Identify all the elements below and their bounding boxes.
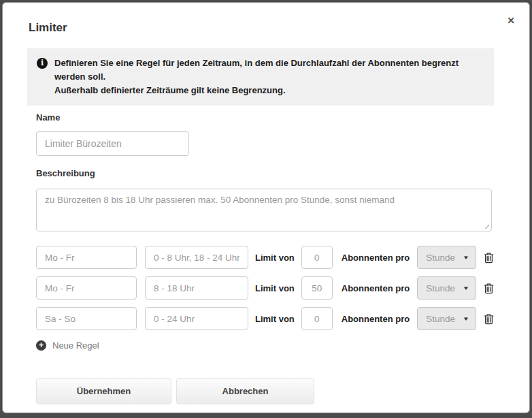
unit-select[interactable]: Stunde ▼ (417, 276, 476, 300)
limit-von-label: Limit von (255, 314, 295, 324)
limiter-dialog: ✕ Limiter i Definieren Sie eine Regel fü… (2, 2, 530, 413)
trash-icon (484, 283, 494, 294)
chevron-down-icon: ▼ (463, 316, 469, 322)
plus-icon: + (36, 340, 46, 351)
delete-rule-button[interactable] (484, 283, 494, 294)
chevron-down-icon: ▼ (463, 285, 469, 291)
cancel-button[interactable]: Abbrechen (176, 378, 314, 404)
apply-button[interactable]: Übernehmen (36, 378, 171, 404)
rule-row: Limit von Abonnenten pro Stunde ▼ (36, 276, 494, 300)
days-input[interactable] (36, 307, 137, 330)
limit-input[interactable] (301, 307, 333, 330)
dialog-actions: Übernehmen Abbrechen (36, 378, 494, 404)
info-icon: i (37, 58, 48, 69)
abonnenten-pro-label: Abonnenten pro (342, 253, 410, 263)
info-line-1: Definieren Sie eine Regel für jeden Zeit… (54, 57, 484, 84)
delete-rule-button[interactable] (484, 313, 494, 325)
description-textarea[interactable]: zu Bürozeiten 8 bis 18 Uhr passieren max… (36, 189, 492, 231)
chevron-down-icon: ▼ (463, 255, 469, 261)
unit-select-value: Stunde (426, 283, 455, 293)
add-rule-button[interactable]: + Neue Regel (36, 340, 99, 351)
rule-row: Limit von Abonnenten pro Stunde ▼ (36, 246, 494, 269)
limit-input[interactable] (301, 246, 333, 269)
description-field: zu Bürozeiten 8 bis 18 Uhr passieren max… (36, 189, 492, 231)
limit-input[interactable] (301, 276, 333, 300)
trash-icon (484, 252, 494, 263)
limit-von-label: Limit von (255, 283, 295, 293)
unit-select-value: Stunde (426, 253, 455, 263)
trash-icon (484, 313, 494, 325)
unit-select[interactable]: Stunde ▼ (417, 307, 476, 330)
abonnenten-pro-label: Abonnenten pro (342, 283, 410, 293)
days-input[interactable] (36, 276, 137, 300)
info-line-2: Außerhalb definierter Zeiträume gilt kei… (54, 84, 484, 97)
info-text: Definieren Sie eine Regel für jeden Zeit… (54, 57, 484, 97)
timerange-input[interactable] (145, 246, 248, 269)
timerange-input[interactable] (145, 276, 248, 300)
name-input[interactable] (36, 131, 189, 156)
unit-select[interactable]: Stunde ▼ (417, 246, 476, 269)
abonnenten-pro-label: Abonnenten pro (342, 314, 410, 324)
unit-select-value: Stunde (426, 314, 455, 324)
add-rule-label: Neue Regel (52, 340, 99, 351)
timerange-input[interactable] (145, 307, 248, 330)
limit-von-label: Limit von (255, 253, 295, 263)
close-button[interactable]: ✕ (505, 14, 516, 27)
rules-list: Limit von Abonnenten pro Stunde ▼ (36, 246, 494, 330)
rule-row: Limit von Abonnenten pro Stunde ▼ (36, 307, 494, 330)
close-icon: ✕ (507, 15, 515, 26)
dialog-title: Limiter (29, 21, 494, 35)
days-input[interactable] (36, 246, 137, 269)
delete-rule-button[interactable] (484, 252, 494, 263)
info-banner: i Definieren Sie eine Regel für jeden Ze… (27, 48, 494, 106)
name-label: Name (36, 112, 494, 123)
description-label: Beschreibung (36, 168, 494, 178)
